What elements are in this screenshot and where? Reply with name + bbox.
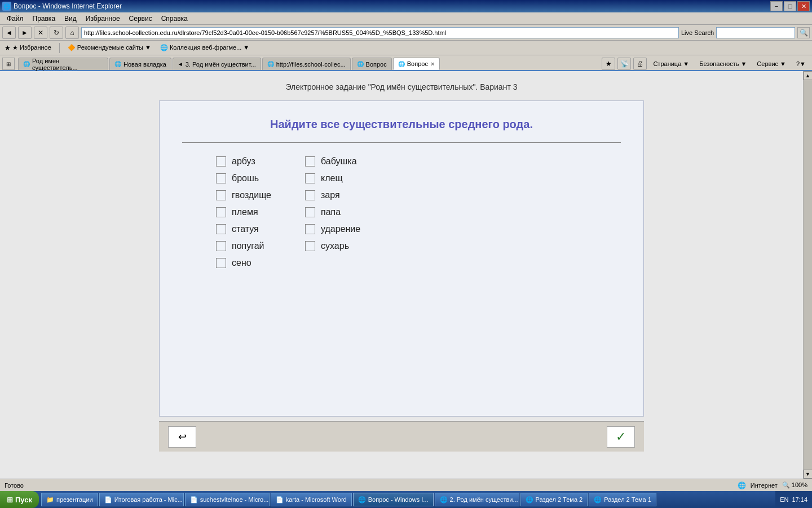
checkbox-gvozdische[interactable] — [216, 190, 226, 200]
main-content: Электронное задание "Род имён существите… — [0, 71, 803, 479]
checkbox-statua[interactable] — [216, 224, 226, 234]
help-menu[interactable]: ?▼ — [792, 59, 810, 69]
search-input[interactable] — [716, 27, 795, 38]
taskbar-item-7[interactable]: 🌐 Раздел 2 Тема 1 — [589, 493, 656, 506]
address-input[interactable] — [81, 27, 679, 38]
checkbox-udarenie[interactable] — [305, 224, 315, 234]
recommended-sites[interactable]: 🔶 Рекомендуемые сайты ▼ — [65, 43, 153, 52]
option-arbuz: арбуз — [216, 156, 271, 167]
tools-menu[interactable]: Сервис ▼ — [753, 59, 790, 69]
taskbar-label-4: Вопрос - Windows I... — [368, 496, 429, 503]
language-indicator: EN — [780, 496, 788, 503]
right-column: бабушка клещ заря папа — [305, 156, 360, 268]
back-button[interactable]: ◄ — [2, 27, 16, 39]
checkbox-brosh[interactable] — [216, 173, 226, 183]
tab-0[interactable]: 🌐 Род имен существитель... — [18, 58, 108, 70]
rss-btn[interactable]: 📡 — [617, 58, 631, 70]
favorites-bar: ★ ★ Избранное 🔶 Рекомендуемые сайты ▼ 🌐 … — [0, 41, 812, 55]
tab-5[interactable]: 🌐 Вопрос ✕ — [393, 58, 440, 70]
checkbox-babushka[interactable] — [305, 156, 315, 167]
window-icon: 🌐 — [2, 2, 11, 11]
scroll-up-button[interactable]: ▲ — [804, 71, 813, 80]
tab-2[interactable]: ◄ 3. Род имён существит... — [173, 58, 261, 70]
taskbar-icon-5: 🌐 — [440, 496, 448, 503]
search-go-button[interactable]: 🔍 — [797, 27, 810, 38]
label-zarya: заря — [321, 190, 340, 200]
menu-file[interactable]: Файл — [2, 14, 28, 24]
tab-new-button[interactable]: ⊞ — [2, 58, 15, 70]
checkbox-plemya[interactable] — [216, 207, 226, 217]
favorites-button[interactable]: ★ ★ Избранное — [2, 43, 54, 53]
print-btn[interactable]: 🖨 — [633, 58, 647, 70]
taskbar-item-2[interactable]: 📄 suchestvitelnoe - Micro... — [185, 493, 270, 506]
taskbar-item-0[interactable]: 📁 презентации — [41, 493, 98, 506]
taskbar-items: 📁 презентации 📄 Итоговая работа - Mic...… — [39, 491, 775, 508]
tab-4-label: Вопрос — [366, 61, 387, 68]
tab-5-close[interactable]: ✕ — [430, 61, 435, 67]
taskbar-label-5: 2. Род имён существи... — [450, 496, 518, 503]
menu-help[interactable]: Справка — [157, 14, 192, 24]
taskbar-icon-7: 🌐 — [594, 496, 602, 503]
quiz-divider — [182, 142, 621, 143]
checkbox-papa[interactable] — [305, 207, 315, 217]
quiz-options: арбуз брошь гвоздище племя — [182, 156, 621, 268]
menu-view[interactable]: Вид — [60, 14, 81, 24]
tab-4[interactable]: 🌐 Вопрос — [352, 58, 392, 70]
option-udarenie: ударение — [305, 224, 360, 234]
check-action-button[interactable]: ✓ — [607, 426, 635, 448]
page-title: Электронное задание "Род имён существите… — [286, 82, 518, 91]
taskbar-item-5[interactable]: 🌐 2. Род имён существи... — [435, 493, 519, 506]
menu-tools[interactable]: Сервис — [125, 14, 157, 24]
quiz-container: Найдите все существительные среднего род… — [159, 100, 644, 417]
minimize-button[interactable]: − — [770, 1, 783, 11]
action-bar: ↩ ✓ — [159, 421, 644, 452]
stop-button[interactable]: ✕ — [34, 27, 47, 39]
taskbar-label-3: karta - Microsoft Word — [286, 496, 347, 503]
menu-favorites[interactable]: Избранное — [81, 14, 125, 24]
taskbar-label-7: Раздел 2 Тема 1 — [604, 496, 651, 503]
tab-1[interactable]: 🌐 Новая вкладка — [109, 58, 171, 70]
label-sukhar: сухарь — [321, 241, 349, 251]
tab-5-label: Вопрос — [407, 60, 428, 67]
forward-button[interactable]: ► — [18, 27, 32, 39]
close-button[interactable]: ✕ — [797, 1, 810, 11]
favorites-panel-btn[interactable]: ★ — [602, 58, 615, 70]
checkbox-seno[interactable] — [216, 258, 226, 268]
tab-3[interactable]: 🌐 http://files.school-collec... — [262, 58, 351, 70]
start-button[interactable]: ⊞ Пуск — [0, 491, 39, 508]
globe-icon: 🌐 — [738, 481, 746, 489]
checkbox-sukhar[interactable] — [305, 241, 315, 251]
tab-1-label: Новая вкладка — [123, 61, 166, 68]
taskbar-item-6[interactable]: 🌐 Раздел 2 Тема 2 — [520, 493, 588, 506]
label-seno: сено — [232, 258, 251, 268]
menu-bar: Файл Правка Вид Избранное Сервис Справка — [0, 12, 812, 25]
taskbar-item-4[interactable]: 🌐 Вопрос - Windows I... — [353, 493, 434, 506]
scroll-down-button[interactable]: ▼ — [804, 470, 813, 479]
back-action-button[interactable]: ↩ — [168, 426, 196, 448]
scrollbar[interactable]: ▲ ▼ — [803, 71, 812, 479]
collection-item[interactable]: 🌐 Коллекция веб-фрагме... ▼ — [158, 43, 251, 52]
status-text: Готово — [5, 482, 733, 489]
checkbox-zarya[interactable] — [305, 190, 315, 200]
address-bar: ◄ ► ✕ ↻ ⌂ Live Search 🔍 — [0, 25, 812, 41]
scroll-track[interactable] — [804, 80, 812, 470]
taskbar-item-1[interactable]: 📄 Итоговая работа - Mic... — [99, 493, 184, 506]
status-bar: Готово 🌐 Интернет 🔍 100% — [0, 479, 812, 491]
restore-button[interactable]: □ — [784, 1, 796, 11]
checkbox-popugai[interactable] — [216, 241, 226, 251]
checkbox-klesh[interactable] — [305, 173, 315, 183]
page-menu[interactable]: Страница ▼ — [649, 59, 693, 69]
checkbox-arbuz[interactable] — [216, 156, 226, 167]
refresh-button[interactable]: ↻ — [50, 27, 63, 39]
option-sukhar: сухарь — [305, 241, 360, 251]
label-papa: папа — [321, 207, 341, 217]
option-papa: папа — [305, 207, 360, 217]
taskbar-icon-3: 📄 — [276, 496, 284, 503]
taskbar-item-3[interactable]: 📄 karta - Microsoft Word — [271, 493, 352, 506]
left-column: арбуз брошь гвоздище племя — [216, 156, 271, 268]
option-popugai: попугай — [216, 241, 271, 251]
security-menu[interactable]: Безопасность ▼ — [695, 59, 751, 69]
menu-edit[interactable]: Правка — [28, 14, 60, 24]
label-arbuz: арбуз — [232, 156, 255, 167]
home-button[interactable]: ⌂ — [65, 27, 79, 39]
